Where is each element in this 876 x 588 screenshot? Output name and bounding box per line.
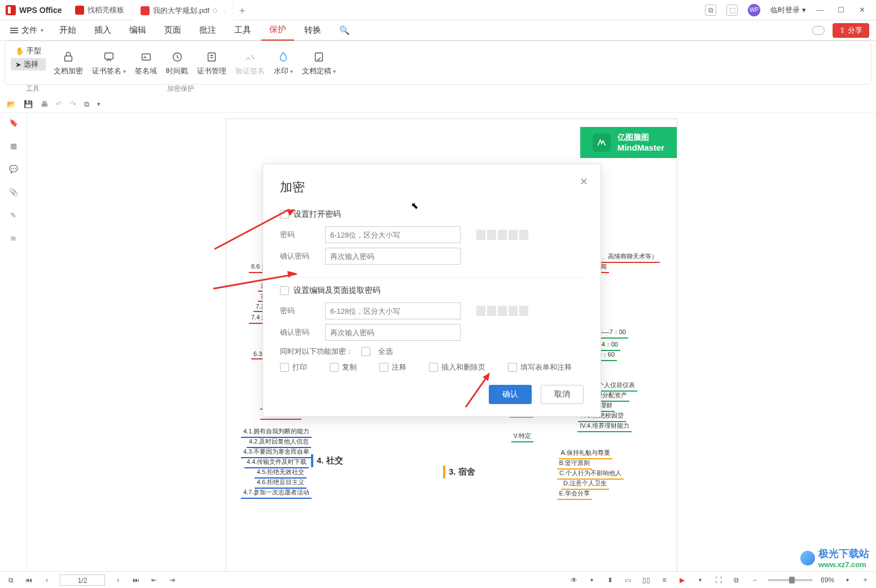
zoom-out-icon[interactable]: − bbox=[750, 575, 760, 585]
ribbon-cert-sign[interactable]: 证书签名 bbox=[87, 45, 130, 82]
menu-edit[interactable]: 编辑 bbox=[121, 20, 154, 41]
checkbox-form-annot[interactable] bbox=[508, 363, 517, 372]
open-password-input[interactable] bbox=[325, 226, 461, 243]
left-sidebar: 🔖 ▦ 💬 📎 ✎ ≋ bbox=[0, 113, 27, 571]
watermark-logo-icon bbox=[800, 551, 815, 565]
crop-icon[interactable]: ⧉ bbox=[732, 575, 742, 585]
ribbon-watermark[interactable]: 水印 bbox=[269, 45, 297, 82]
zoom-in-icon[interactable]: ＋ bbox=[860, 575, 870, 585]
wps-logo-icon bbox=[6, 5, 16, 15]
menu-insert[interactable]: 插入 bbox=[86, 20, 119, 41]
menu-tools[interactable]: 工具 bbox=[226, 20, 259, 41]
menu-page[interactable]: 页面 bbox=[156, 20, 189, 41]
password-strength-meter bbox=[476, 230, 528, 240]
play-icon[interactable]: ▶ bbox=[677, 575, 687, 585]
window-minimize-icon[interactable]: ― bbox=[816, 6, 827, 14]
menu-search-icon[interactable]: 🔍 bbox=[331, 20, 358, 41]
certificate-icon bbox=[102, 50, 116, 64]
ribbon-cert-manage[interactable]: 证书管理 bbox=[192, 45, 231, 82]
chevron-down-icon: ▾ bbox=[41, 27, 43, 33]
edit-password-confirm-input[interactable] bbox=[325, 324, 461, 341]
menu-start[interactable]: 开始 bbox=[51, 20, 84, 41]
password-strength-meter bbox=[476, 306, 528, 316]
comment-icon[interactable]: 💬 bbox=[9, 165, 18, 173]
menu-annotate[interactable]: 批注 bbox=[191, 20, 224, 41]
cancel-button[interactable]: 取消 bbox=[541, 385, 584, 404]
page-number-input[interactable]: 1/2 bbox=[60, 574, 105, 586]
mm-node: E.学会分享 bbox=[557, 488, 592, 500]
two-page-icon[interactable]: ▯▯ bbox=[641, 575, 651, 585]
window-maximize-icon[interactable]: ☐ bbox=[838, 6, 849, 14]
quick-access-bar: 📂 💾 🖶 ↶ ↷ ⧉ ▾ bbox=[0, 96, 876, 113]
open-icon[interactable]: 📂 bbox=[7, 100, 16, 108]
tab-template-store[interactable]: 找稻壳模板 bbox=[67, 0, 133, 20]
prev-page-icon[interactable]: ‹ bbox=[42, 575, 52, 585]
chevron-down-icon[interactable]: ▾ bbox=[842, 575, 852, 585]
menu-convert[interactable]: 转换 bbox=[296, 20, 329, 41]
box-icon[interactable]: ⬚ bbox=[726, 5, 738, 16]
menu-protect[interactable]: 保护 bbox=[261, 20, 294, 41]
last-page-icon[interactable]: ⏭ bbox=[131, 575, 141, 585]
print-icon[interactable]: 🖶 bbox=[41, 100, 48, 108]
checkbox-print[interactable] bbox=[280, 363, 289, 372]
brand-label: WPS Office bbox=[19, 6, 62, 15]
share-button[interactable]: ⇪ 分享 bbox=[833, 23, 869, 38]
zoom-slider[interactable] bbox=[768, 579, 813, 581]
open-password-confirm-input[interactable] bbox=[325, 248, 461, 265]
nav-fwd-icon[interactable]: ⇥ bbox=[167, 575, 177, 585]
edit-password-input[interactable] bbox=[325, 302, 461, 319]
ribbon-timestamp[interactable]: 时间戳 bbox=[161, 45, 192, 82]
sidebar-toggle-icon[interactable]: ⧉ bbox=[6, 575, 16, 585]
attachment-icon[interactable]: 📎 bbox=[9, 188, 18, 196]
select-tool[interactable]: ➤ 选择 bbox=[11, 58, 46, 71]
cloud-sync-icon[interactable] bbox=[812, 26, 825, 35]
lock-icon bbox=[62, 50, 75, 64]
pen-icon[interactable]: ✎ bbox=[10, 211, 16, 220]
next-page-icon[interactable]: › bbox=[113, 575, 123, 585]
annotation-arrowhead bbox=[287, 270, 296, 278]
ribbon-group-tools: 工具 bbox=[26, 84, 40, 94]
fullscreen-icon[interactable]: ⛶ bbox=[713, 575, 724, 585]
window-close-icon[interactable]: ✕ bbox=[859, 6, 870, 14]
ribbon-doc-encrypt[interactable]: 文档加密 bbox=[49, 45, 87, 82]
thumbnails-icon[interactable]: ▦ bbox=[10, 142, 17, 150]
undo-icon[interactable]: ↶ bbox=[56, 100, 62, 108]
checkbox-insert-delete[interactable] bbox=[429, 363, 438, 372]
single-page-icon[interactable]: ▭ bbox=[623, 575, 633, 585]
checkbox-select-all[interactable] bbox=[361, 347, 370, 356]
fit-width-icon[interactable]: ⬍ bbox=[605, 575, 615, 585]
login-button[interactable]: 临时登录 ▾ bbox=[770, 5, 806, 15]
chevron-down-icon[interactable]: ▾ bbox=[97, 100, 100, 108]
svg-rect-1 bbox=[105, 53, 113, 59]
ok-button[interactable]: 确认 bbox=[489, 385, 532, 404]
svg-rect-4 bbox=[208, 53, 216, 62]
continuous-icon[interactable]: ≡ bbox=[659, 575, 669, 585]
file-menu[interactable]: 文件 ▾ bbox=[5, 25, 49, 36]
checkbox-edit-password[interactable] bbox=[280, 286, 289, 295]
first-page-icon[interactable]: ⏮ bbox=[24, 575, 34, 585]
password-label: 密码 bbox=[280, 230, 315, 240]
dialog-close-icon[interactable]: ✕ bbox=[580, 175, 588, 188]
tab-close-icon[interactable]: · bbox=[223, 6, 225, 15]
layers-icon[interactable]: ≋ bbox=[10, 234, 16, 243]
save-icon[interactable]: 💾 bbox=[24, 100, 33, 108]
hand-tool[interactable]: ✋ 手型 bbox=[11, 45, 46, 57]
user-avatar-icon[interactable]: WP bbox=[748, 4, 760, 16]
panel-toggle-icon[interactable]: ⧉ bbox=[705, 5, 716, 16]
ribbon-finalize[interactable]: 文档定稿 bbox=[297, 45, 340, 82]
select-all-label: 全选 bbox=[378, 346, 393, 357]
bookmark-icon[interactable]: 🔖 bbox=[9, 119, 18, 127]
ribbon-sign-field[interactable]: 签名域 bbox=[130, 45, 161, 82]
redo-icon[interactable]: ↷ bbox=[70, 100, 76, 108]
clipboard-icon[interactable]: ⧉ bbox=[84, 100, 89, 109]
checkbox-copy[interactable] bbox=[330, 363, 339, 372]
tab-current-document[interactable]: 我的大学规划.pdf · bbox=[133, 0, 234, 20]
chevron-down-icon[interactable]: ▾ bbox=[587, 575, 597, 585]
nav-back-icon[interactable]: ⇤ bbox=[149, 575, 159, 585]
chevron-down-icon: ▾ bbox=[802, 6, 806, 14]
chevron-down-icon[interactable]: ▾ bbox=[695, 575, 706, 585]
confirm-password-label: 确认密码 bbox=[280, 327, 315, 337]
eye-icon[interactable]: 👁 bbox=[569, 575, 579, 585]
new-tab-button[interactable]: ＋ bbox=[234, 3, 251, 17]
checkbox-annotate[interactable] bbox=[379, 363, 388, 372]
